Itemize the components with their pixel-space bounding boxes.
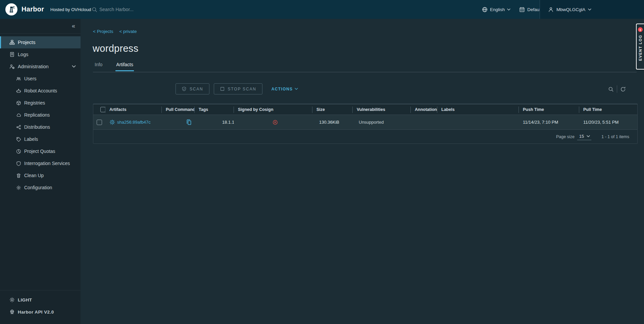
chevron-down-icon xyxy=(295,88,298,90)
robot-icon xyxy=(16,88,21,93)
sidebar-item-label: Distributions xyxy=(24,124,50,130)
top-header: Harbor Hosted by OVHcloud English Defaul… xyxy=(0,0,644,19)
table-header-row: Artifacts Pull Command Tags Signed by Co… xyxy=(93,104,637,115)
sidebar-item-label: Labels xyxy=(24,136,38,142)
table-footer: Page size 15 1 - 1 of 1 items xyxy=(93,130,637,144)
brand-title[interactable]: Harbor xyxy=(21,5,44,13)
select-all-checkbox[interactable] xyxy=(100,107,105,112)
column-header-tags[interactable]: Tags xyxy=(195,104,234,115)
vulnerabilities-cell: Unsupported xyxy=(353,120,411,125)
breadcrumb-projects-link[interactable]: < Projects xyxy=(93,29,113,34)
not-signed-icon xyxy=(273,120,278,125)
search-icon xyxy=(92,7,97,12)
sidebar-nav: Projects Logs Administration Users xyxy=(0,34,81,194)
pull-time-value: 11/20/23, 5:51 PM xyxy=(583,120,618,125)
sidebar: « Projects Logs Administration xyxy=(0,19,81,324)
sidebar-item-project-quotas[interactable]: Project Quotas xyxy=(0,145,81,157)
table-row[interactable]: sha256:89afb47c 18.1.14 130.36KiB Unsupp… xyxy=(93,115,637,130)
sidebar-collapse-row: « xyxy=(0,19,81,34)
vulnerabilities-value: Unsupported xyxy=(359,120,384,125)
sun-icon xyxy=(9,297,15,302)
artifact-digest-link[interactable]: sha256:89afb47c xyxy=(117,120,151,125)
event-log-badge: 1 xyxy=(638,27,643,32)
breadcrumb: < Projects < private xyxy=(93,29,137,34)
push-time-cell: 11/14/23, 7:10 PM xyxy=(519,120,579,125)
sidebar-item-logs[interactable]: Logs xyxy=(0,48,81,60)
collapse-sidebar-icon[interactable]: « xyxy=(72,23,75,30)
sidebar-item-label: Harbor API V2.0 xyxy=(18,310,54,315)
search-input[interactable] xyxy=(99,7,240,12)
column-header-annotations[interactable]: Annotations xyxy=(411,104,437,115)
helm-chart-icon xyxy=(109,119,115,125)
pull-time-cell: 11/20/23, 5:51 PM xyxy=(579,120,638,125)
scan-button-label: SCAN xyxy=(190,87,203,91)
column-header-pull-command[interactable]: Pull Command xyxy=(162,104,195,115)
sidebar-item-label: Project Quotas xyxy=(24,149,55,154)
event-log-tab[interactable]: 1 EVENT LOG xyxy=(636,24,644,70)
row-checkbox[interactable] xyxy=(97,120,102,125)
scan-button[interactable]: SCAN xyxy=(176,83,209,94)
size-cell: 130.36KiB xyxy=(312,120,353,125)
tab-divider xyxy=(93,72,637,72)
language-dropdown[interactable]: English xyxy=(482,7,510,12)
select-all-cell xyxy=(93,104,105,115)
tab-artifacts[interactable]: Artifacts xyxy=(115,62,134,71)
row-select-cell xyxy=(93,120,105,125)
page-title: wordpress xyxy=(93,43,138,54)
sidebar-item-projects[interactable]: Projects xyxy=(0,36,81,48)
refresh-icon[interactable] xyxy=(620,86,626,92)
artifact-cell: sha256:89afb47c xyxy=(105,119,162,125)
harbor-app: Harbor Hosted by OVHcloud English Defaul… xyxy=(0,0,644,324)
harbor-logo[interactable] xyxy=(5,3,17,15)
language-label: English xyxy=(490,7,505,12)
lighthouse-icon xyxy=(7,5,15,13)
hosted-by-label: Hosted by OVHcloud xyxy=(50,7,91,12)
breadcrumb-private-link[interactable]: < private xyxy=(119,29,137,34)
sidebar-item-administration[interactable]: Administration xyxy=(0,60,81,73)
sidebar-item-interrogation-services[interactable]: Interrogation Services xyxy=(0,157,81,169)
sidebar-item-registries[interactable]: Registries xyxy=(0,97,81,109)
sidebar-item-label: Interrogation Services xyxy=(24,161,70,166)
sidebar-item-label: Users xyxy=(24,76,37,81)
sidebar-item-configuration[interactable]: Configuration xyxy=(0,181,81,194)
page-size-label: Page size xyxy=(556,134,575,139)
sidebar-item-users[interactable]: Users xyxy=(0,73,81,85)
user-icon xyxy=(548,7,554,12)
search-icon[interactable] xyxy=(608,86,614,92)
column-header-vulnerabilities[interactable]: Vulnerabilities xyxy=(353,104,411,115)
sidebar-item-distributions[interactable]: Distributions xyxy=(0,121,81,133)
tab-info[interactable]: Info xyxy=(94,62,103,71)
user-menu[interactable]: MbwQLGCglA xyxy=(540,0,644,19)
sidebar-item-harbor-api[interactable]: Harbor API V2.0 xyxy=(0,306,81,318)
chevron-down-icon xyxy=(587,135,590,137)
column-header-pull-time[interactable]: Pull Time xyxy=(579,104,638,115)
sidebar-item-label: Registries xyxy=(24,100,45,106)
column-header-labels[interactable]: Labels xyxy=(437,104,519,115)
sidebar-item-robot-accounts[interactable]: Robot Accounts xyxy=(0,85,81,97)
stop-square-icon xyxy=(220,86,225,91)
theme-toggle-light[interactable]: LIGHT xyxy=(0,294,81,306)
page-size-select[interactable]: 15 xyxy=(577,133,591,140)
stop-scan-button-label: STOP SCAN xyxy=(228,87,256,91)
header-controls: English Default xyxy=(482,0,547,19)
actions-button-label: ACTIONS xyxy=(271,87,293,91)
cloud-icon xyxy=(16,113,21,118)
shield-check-icon xyxy=(182,86,187,91)
actions-dropdown-button[interactable]: ACTIONS xyxy=(271,87,298,91)
sidebar-item-labels[interactable]: Labels xyxy=(0,133,81,145)
page-size-value: 15 xyxy=(579,134,584,139)
stop-scan-button[interactable]: STOP SCAN xyxy=(214,83,262,94)
grid-tools xyxy=(608,85,626,93)
divider xyxy=(617,85,617,93)
logs-icon xyxy=(9,52,15,57)
quota-pie-icon xyxy=(16,149,21,154)
artifact-toolbar: SCAN STOP SCAN ACTIONS xyxy=(176,83,298,94)
column-header-signed-by-cosign[interactable]: Signed by Cosign xyxy=(234,104,312,115)
artifacts-table: Artifacts Pull Command Tags Signed by Co… xyxy=(93,104,638,144)
column-header-artifacts[interactable]: Artifacts xyxy=(105,104,162,115)
sidebar-item-clean-up[interactable]: Clean Up xyxy=(0,169,81,181)
copy-icon[interactable] xyxy=(186,119,192,126)
column-header-size[interactable]: Size xyxy=(312,104,353,115)
sidebar-item-replications[interactable]: Replications xyxy=(0,109,81,121)
column-header-push-time[interactable]: Push Time xyxy=(519,104,579,115)
